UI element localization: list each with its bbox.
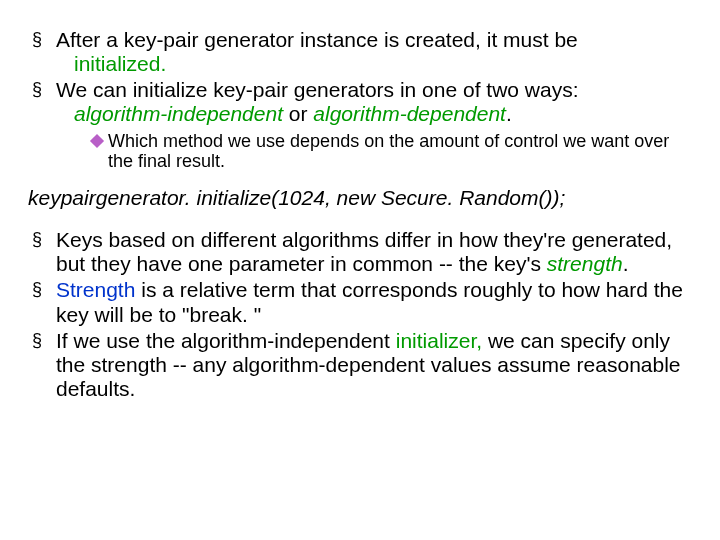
bullet-text: Keys based on different algorithms diffe… [56,228,696,276]
text-run: algorithm-independent [74,102,283,125]
text-run: or [283,102,313,125]
slide-root: § After a key-pair generator instance is… [0,0,720,540]
square-bullet-icon: § [32,28,56,51]
bottom-bullet-list: §Keys based on different algorithms diff… [24,228,696,401]
text-run: If we use the algorithm-independent [56,329,396,352]
text-run: strength [547,252,623,275]
text-run: After a key-pair generator instance is c… [56,28,578,51]
bullet-text: If we use the algorithm-independent init… [56,329,696,401]
bullet-item: § We can initialize key-pair generators … [24,78,696,126]
square-bullet-icon: § [32,329,56,352]
text-run: algorithm-dependent [313,102,506,125]
diamond-bullet-icon [92,131,108,153]
text-run: We can initialize key-pair generators in… [56,78,579,101]
square-bullet-icon: § [32,278,56,301]
bullet-text: Strength is a relative term that corresp… [56,278,696,326]
square-bullet-icon: § [32,78,56,101]
text-run: initializer, [396,329,482,352]
text-run: Strength [56,278,135,301]
bullet-item: § After a key-pair generator instance is… [24,28,696,76]
sub-bullet-item: Which method we use depends on the amoun… [24,131,696,172]
bullet-item: §Keys based on different algorithms diff… [24,228,696,276]
text-run: is a relative term that corresponds roug… [56,278,683,325]
code-line: keypairgenerator. initialize(1024, new S… [28,186,696,210]
bullet-text: After a key-pair generator instance is c… [56,28,696,76]
bullet-continuation: algorithm-independent or algorithm-depen… [56,102,696,126]
text-run: . [623,252,629,275]
sub-bullet-text: Which method we use depends on the amoun… [108,131,696,172]
text-run: initialized. [74,52,166,75]
bullet-item: §If we use the algorithm-independent ini… [24,329,696,401]
text-run: . [506,102,512,125]
square-bullet-icon: § [32,228,56,251]
bullet-item: §Strength is a relative term that corres… [24,278,696,326]
bullet-text: We can initialize key-pair generators in… [56,78,696,126]
